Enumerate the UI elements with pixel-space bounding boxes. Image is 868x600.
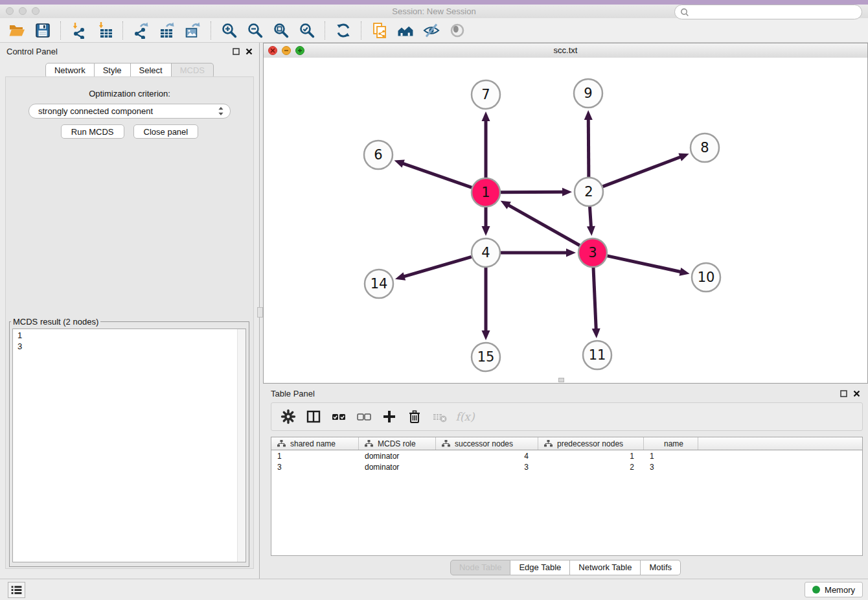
deselect-all-icon[interactable] bbox=[352, 405, 376, 428]
graph-node-3[interactable]: 3 bbox=[578, 238, 607, 267]
edge-4-14[interactable] bbox=[402, 257, 471, 277]
network-minimize-icon[interactable] bbox=[282, 46, 291, 55]
edge-1-2[interactable] bbox=[501, 192, 564, 192]
edge-3-10[interactable] bbox=[607, 256, 681, 272]
zoom-out-icon[interactable] bbox=[242, 20, 268, 41]
table-panel-title: Table Panel bbox=[271, 389, 315, 398]
network-window-titlebar: scc.txt bbox=[264, 43, 867, 58]
table-row[interactable]: 1dominator411 bbox=[271, 451, 862, 461]
edge-2-8[interactable] bbox=[603, 156, 682, 186]
result-scrollbar[interactable] bbox=[237, 329, 246, 562]
column-layout-icon[interactable] bbox=[302, 405, 325, 428]
export-network-icon[interactable] bbox=[128, 20, 154, 41]
graph-node-14[interactable]: 14 bbox=[365, 270, 393, 298]
search-box[interactable] bbox=[674, 5, 862, 19]
graph-node-9[interactable]: 9 bbox=[574, 79, 602, 108]
graph-node-1[interactable]: 1 bbox=[472, 178, 500, 207]
table-cell[interactable]: 1 bbox=[271, 452, 359, 461]
zoom-selected-icon[interactable] bbox=[294, 20, 320, 41]
column-header-MCDS-role[interactable]: MCDS role bbox=[359, 437, 436, 450]
column-header-shared-name[interactable]: shared name bbox=[271, 437, 359, 450]
graph-node-4[interactable]: 4 bbox=[472, 238, 500, 267]
graph-node-6[interactable]: 6 bbox=[364, 141, 393, 169]
tab-edge-table[interactable]: Edge Table bbox=[510, 560, 570, 575]
edge-arrowhead bbox=[394, 159, 405, 167]
column-header-predecessor-nodes[interactable]: predecessor nodes bbox=[538, 437, 644, 450]
tab-motifs[interactable]: Motifs bbox=[641, 560, 681, 575]
toolbar-separator bbox=[361, 21, 362, 40]
trash-icon[interactable] bbox=[403, 405, 426, 428]
network-window-title: scc.txt bbox=[264, 43, 867, 58]
edge-2-9[interactable] bbox=[588, 118, 589, 177]
table-toolbar: f(x) bbox=[271, 402, 863, 431]
column-header-filler bbox=[698, 437, 862, 450]
network-maximize-icon[interactable] bbox=[295, 46, 304, 55]
graph-node-10[interactable]: 10 bbox=[692, 263, 720, 292]
save-session-icon[interactable] bbox=[30, 20, 56, 41]
open-file-icon[interactable] bbox=[4, 20, 30, 41]
refresh-icon[interactable] bbox=[330, 20, 356, 41]
column-label: MCDS role bbox=[378, 439, 416, 448]
task-history-button[interactable] bbox=[8, 582, 25, 598]
graph-node-11[interactable]: 11 bbox=[583, 341, 611, 369]
table-cell[interactable]: dominator bbox=[359, 463, 436, 472]
maximize-window-icon[interactable] bbox=[32, 7, 40, 15]
table-cell[interactable]: 1 bbox=[538, 452, 644, 461]
close-panel-icon[interactable] bbox=[246, 48, 253, 55]
import-table-icon[interactable] bbox=[92, 20, 118, 41]
graph-node-2[interactable]: 2 bbox=[575, 178, 603, 206]
network-close-icon[interactable] bbox=[268, 46, 277, 55]
edge-3-1[interactable] bbox=[507, 205, 580, 246]
graph-node-8[interactable]: 8 bbox=[691, 133, 719, 162]
zoom-in-icon[interactable] bbox=[216, 20, 242, 41]
edge-arrowhead bbox=[566, 249, 576, 257]
table-cell[interactable]: dominator bbox=[359, 452, 436, 461]
add-icon[interactable] bbox=[378, 405, 401, 428]
edge-2-3[interactable] bbox=[589, 207, 591, 228]
column-header-successor-nodes[interactable]: successor nodes bbox=[436, 437, 538, 450]
network-resize-grip[interactable] bbox=[558, 378, 564, 382]
search-input[interactable] bbox=[692, 7, 856, 17]
table-cell[interactable]: 2 bbox=[538, 463, 644, 472]
table-cell[interactable]: 3 bbox=[271, 463, 359, 472]
optimization-criterion-label: Optimization criterion: bbox=[6, 89, 253, 98]
graph-node-15[interactable]: 15 bbox=[472, 343, 500, 371]
toolbar-separator bbox=[325, 21, 326, 40]
status-bar: Memory bbox=[0, 579, 868, 600]
eye-disabled-icon bbox=[444, 20, 470, 41]
zoom-fit-icon[interactable] bbox=[268, 20, 294, 41]
table-cell[interactable]: 1 bbox=[644, 452, 698, 461]
float-panel-icon[interactable] bbox=[233, 48, 240, 55]
edge-3-11[interactable] bbox=[593, 268, 596, 330]
gear-icon[interactable] bbox=[277, 405, 300, 428]
network-canvas[interactable]: 7968124314101511 bbox=[264, 58, 867, 383]
table-body: 1dominator4113dominator323 bbox=[271, 451, 862, 472]
import-network-icon[interactable] bbox=[66, 20, 92, 41]
tab-node-table[interactable]: Node Table bbox=[450, 560, 511, 575]
graph-node-7[interactable]: 7 bbox=[472, 80, 500, 109]
clone-network-icon[interactable] bbox=[367, 20, 393, 41]
select-all-icon[interactable] bbox=[327, 405, 350, 428]
tab-network-table[interactable]: Network Table bbox=[570, 560, 641, 575]
optimization-criterion-select[interactable]: strongly connected component bbox=[29, 104, 231, 119]
float-table-panel-icon[interactable] bbox=[840, 390, 847, 397]
column-header-name[interactable]: name bbox=[644, 437, 698, 450]
table-cell[interactable]: 3 bbox=[644, 463, 698, 472]
close-table-panel-icon[interactable] bbox=[853, 390, 860, 397]
edge-arrowhead bbox=[584, 110, 593, 120]
memory-button[interactable]: Memory bbox=[805, 582, 863, 597]
export-table-icon[interactable] bbox=[154, 20, 180, 41]
minimize-window-icon[interactable] bbox=[19, 7, 27, 15]
panel-splitter-grip[interactable] bbox=[257, 307, 263, 317]
table-row[interactable]: 3dominator323 bbox=[271, 462, 862, 472]
houses-icon[interactable] bbox=[393, 20, 418, 41]
table-cell[interactable]: 3 bbox=[436, 463, 538, 472]
run-mcds-button[interactable]: Run MCDS bbox=[61, 124, 124, 139]
close-panel-button[interactable]: Close panel bbox=[133, 124, 199, 139]
export-image-icon[interactable] bbox=[180, 20, 206, 41]
eye-slash-icon[interactable] bbox=[418, 20, 444, 41]
table-cell[interactable]: 4 bbox=[436, 452, 538, 461]
table-panel: Table Panel f(x) shared nameMCDS rolesuc… bbox=[263, 385, 868, 579]
close-window-icon[interactable] bbox=[6, 7, 14, 15]
edge-1-6[interactable] bbox=[402, 163, 472, 188]
